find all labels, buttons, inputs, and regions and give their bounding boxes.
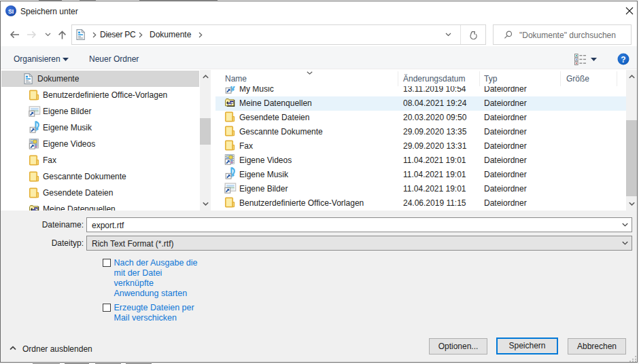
svg-text:SI: SI bbox=[8, 8, 14, 15]
svg-text:?: ? bbox=[621, 55, 625, 65]
